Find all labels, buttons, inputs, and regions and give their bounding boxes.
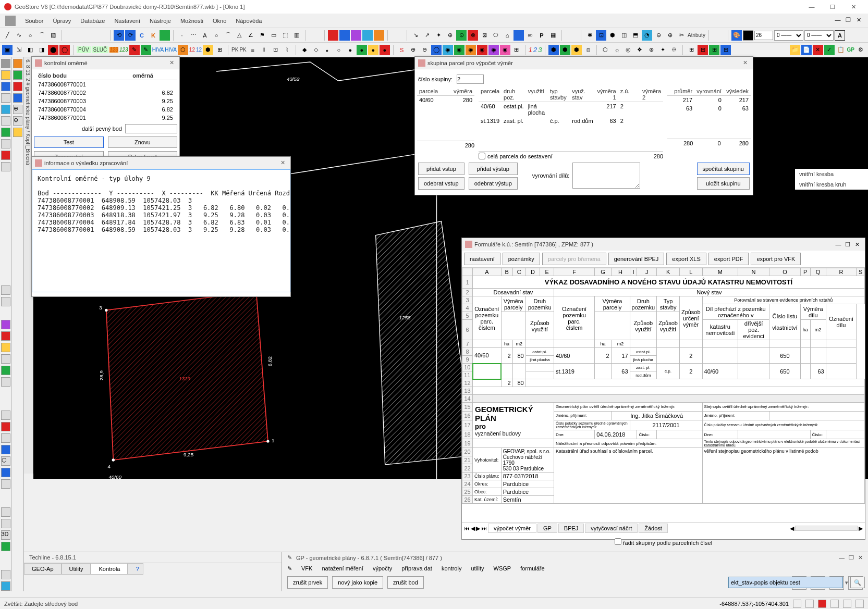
skm-r0-2[interactable]: jiná plocha xyxy=(526,102,548,117)
skm-r1-2[interactable] xyxy=(526,117,548,125)
geoap-help[interactable]: ? xyxy=(128,563,143,575)
bt-vytyc[interactable]: vytyčovací náčrt xyxy=(585,524,638,533)
lsb-h[interactable] xyxy=(1,151,10,160)
skr-r1-0[interactable]: 63 xyxy=(667,104,694,113)
btn-pridat-vystup[interactable]: přidat výstup xyxy=(469,163,518,175)
bt-last[interactable]: ⏭ xyxy=(481,525,487,531)
lsb-f[interactable] xyxy=(1,128,10,137)
snap2-icon[interactable]: ⊡ xyxy=(596,30,606,41)
rect2-icon[interactable]: ⬚ xyxy=(280,30,290,41)
r2-af[interactable]: ◉ xyxy=(488,45,499,55)
gp-edit-icon[interactable]: ✎ xyxy=(287,554,292,561)
r2-as[interactable]: ♾ xyxy=(669,45,679,55)
win-info-content[interactable]: Kontrolní oměrné - typ úlohy 9 Bod -----… xyxy=(32,169,290,292)
sh-r9-nvyuz[interactable]: jiná plocha xyxy=(630,356,657,364)
tri-icon[interactable]: △ xyxy=(234,30,244,41)
menu-napoveda[interactable]: Nápověda xyxy=(236,18,262,24)
lsb-ac[interactable] xyxy=(1,570,10,579)
lsb-g[interactable] xyxy=(1,139,10,148)
gp-m-utility[interactable]: utility xyxy=(471,565,484,572)
a-text-icon[interactable]: A xyxy=(200,30,210,41)
bt-scroll-r[interactable]: ▶ xyxy=(859,525,863,532)
r2-bc[interactable]: ⚙ xyxy=(855,45,866,55)
skm-r0-5[interactable]: 217 xyxy=(595,102,618,117)
lsb-c[interactable] xyxy=(1,93,10,103)
gp-m-kontroly[interactable]: kontroly xyxy=(442,565,462,572)
dim6-icon[interactable]: ⊗ xyxy=(468,30,478,41)
gp-m-vypocty[interactable]: výpočty xyxy=(373,565,392,572)
num3[interactable]: 3 xyxy=(538,46,542,54)
maximize-button[interactable]: ☐ xyxy=(822,0,843,14)
r2-al[interactable]: ⧈ xyxy=(583,45,593,55)
dim9-icon[interactable]: ⌂ xyxy=(502,30,512,41)
k-icon[interactable]: K xyxy=(148,30,158,41)
mdi-close[interactable]: ✕ xyxy=(854,17,863,25)
geoap-tab-utility[interactable]: Utility xyxy=(62,563,91,575)
skm-r0-6[interactable]: 2 xyxy=(618,102,640,117)
wf-tab-pdf[interactable]: export PDF xyxy=(708,253,749,265)
lsb2-f[interactable]: ⊖ xyxy=(13,116,22,126)
om-r1-id[interactable]: 747386008770002 xyxy=(34,89,128,97)
lsb-v[interactable]: ⬡ xyxy=(1,456,10,466)
seg3-icon[interactable] xyxy=(351,30,361,41)
gp-m-priprava[interactable]: příprava dat xyxy=(401,565,432,572)
status-i6[interactable] xyxy=(855,600,864,608)
redo-icon[interactable]: ⟳ xyxy=(125,30,136,41)
seg2-icon[interactable] xyxy=(339,30,350,41)
r2-aj[interactable]: ⬢ xyxy=(560,45,570,55)
num-input[interactable] xyxy=(754,31,773,40)
r2-ad[interactable]: ◉ xyxy=(466,45,476,55)
sh-cp1v[interactable]: 2117/2001 xyxy=(630,420,702,430)
r2-az[interactable]: ✕ xyxy=(813,45,823,55)
r2-ak[interactable]: ⬢ xyxy=(571,45,582,55)
bt-zadost[interactable]: Žádost xyxy=(639,524,668,533)
om-r0-v[interactable] xyxy=(128,80,177,89)
r2-ab[interactable]: ◉ xyxy=(443,45,453,55)
chk-radit[interactable] xyxy=(615,538,621,545)
skm-r0-0[interactable]: 40/60 xyxy=(479,102,502,117)
gp-m-wsgp[interactable]: WSGP xyxy=(494,565,511,572)
lsb-m[interactable] xyxy=(1,331,10,341)
search-input[interactable] xyxy=(728,577,843,588)
status-i1[interactable] xyxy=(793,600,801,608)
r2-ag[interactable]: ◉ xyxy=(500,45,510,55)
bt-bpej[interactable]: BPEJ xyxy=(558,524,584,533)
p-icon[interactable]: P xyxy=(536,30,547,41)
lsb-ad[interactable] xyxy=(1,581,10,591)
btn-znovu[interactable]: Znovu xyxy=(108,136,178,148)
skr-r0-0[interactable]: 217 xyxy=(667,96,694,104)
bt-hscroll[interactable] xyxy=(795,526,858,531)
chk-cela-parcela[interactable] xyxy=(479,153,485,159)
sh-r8-nparc[interactable]: 40/60 xyxy=(554,348,594,364)
btn-ulozit[interactable]: uložit skupinu xyxy=(697,177,750,190)
win-info-close[interactable]: ✕ xyxy=(278,159,287,166)
lsb-z[interactable] xyxy=(1,519,10,528)
sh-r8-zpurc[interactable]: 2 xyxy=(679,348,702,364)
r2-r[interactable]: ⬥ xyxy=(322,45,333,55)
sh-r10-ntyp[interactable]: č.p. xyxy=(657,364,680,379)
black-swatch[interactable] xyxy=(743,30,753,41)
seg4-icon[interactable] xyxy=(362,30,373,41)
r2-ae[interactable]: ◉ xyxy=(477,45,487,55)
r2-ba[interactable]: ✓ xyxy=(824,45,835,55)
menu-soubor[interactable]: Soubor xyxy=(25,18,43,24)
bt-scroll-l[interactable]: ◀ xyxy=(790,525,794,532)
r2-j[interactable]: ⬢ xyxy=(203,45,213,55)
sh-r10-kat[interactable]: 40/60 xyxy=(702,364,738,379)
lsb-aa[interactable]: 3D xyxy=(1,530,10,540)
dim7-icon[interactable]: ⊠ xyxy=(479,30,490,41)
r2-o[interactable]: ⌇ xyxy=(282,45,292,55)
r2-aa[interactable]: ◯ xyxy=(431,45,442,55)
r2-at[interactable]: ⊞ xyxy=(686,45,696,55)
lsb-j[interactable] xyxy=(1,285,10,295)
hatch-icon[interactable]: ▥ xyxy=(291,30,302,41)
wf-close[interactable]: ✕ xyxy=(852,241,862,248)
sh-kuv[interactable]: Semtín xyxy=(501,496,554,504)
seg5-icon[interactable] xyxy=(374,30,384,41)
om-r4-id[interactable]: 747386008770001 xyxy=(34,114,128,122)
undo-icon[interactable]: ⟲ xyxy=(114,30,124,41)
r2-d[interactable]: ◨ xyxy=(36,45,47,55)
lsb-k[interactable] xyxy=(1,297,10,306)
minimize-button[interactable]: — xyxy=(801,0,822,14)
sh-r10-nparc[interactable]: st.1319 xyxy=(554,364,594,379)
